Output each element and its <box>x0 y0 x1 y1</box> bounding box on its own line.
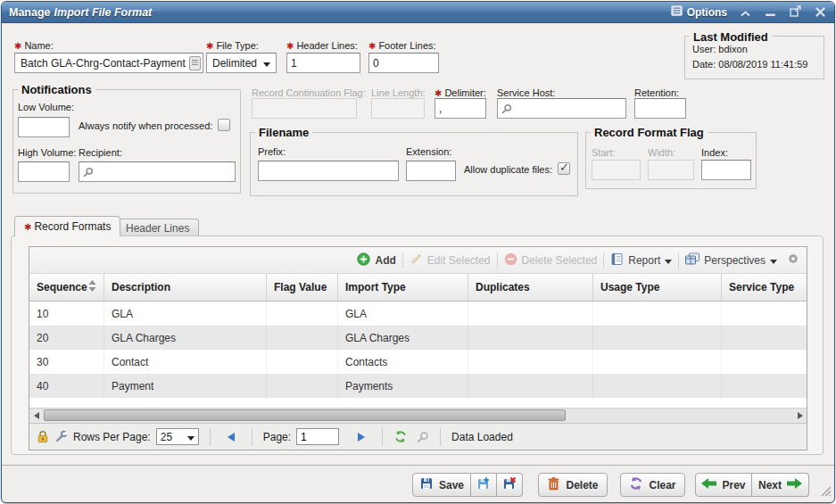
cell-usage-type <box>593 374 722 398</box>
previous-page-icon[interactable] <box>221 432 241 442</box>
grid-settings-button[interactable] <box>787 252 799 268</box>
service-host-field-wrap <box>497 98 626 119</box>
line-length-input <box>371 98 425 119</box>
width-input <box>648 160 694 180</box>
next-page-icon[interactable] <box>352 432 371 442</box>
header-lines-input[interactable] <box>286 53 360 73</box>
recipient-label: Recipient: <box>79 147 122 158</box>
column-header-sequence[interactable]: Sequence <box>29 274 104 301</box>
lock-icon[interactable] <box>37 430 49 443</box>
cell-sequence: 30 <box>29 350 104 374</box>
delimiter-label: ✱Delimiter: <box>435 87 486 98</box>
cell-flag-value <box>267 302 338 326</box>
rows-per-page-select[interactable]: 25 <box>156 428 199 445</box>
recipient-field-wrap <box>79 161 236 182</box>
search-icon[interactable] <box>83 167 94 178</box>
minimize-button[interactable] <box>763 5 777 20</box>
name-input[interactable] <box>19 56 189 70</box>
next-button[interactable]: Next <box>752 473 809 497</box>
delimiter-input[interactable] <box>435 98 486 119</box>
delete-selected-button: Delete Selected <box>504 252 598 269</box>
column-header-usage-type[interactable]: Usage Type <box>593 274 722 301</box>
retention-input[interactable] <box>634 98 686 119</box>
retention-label: Retention: <box>634 87 679 98</box>
cell-usage-type <box>593 326 722 350</box>
record-continuation-flag-input <box>252 98 357 119</box>
chevron-down-icon <box>770 254 777 267</box>
cell-flag-value <box>267 326 338 350</box>
resize-grip[interactable] <box>820 484 832 500</box>
prefix-input[interactable] <box>258 161 399 181</box>
column-header-service-type[interactable]: Service Type <box>722 274 807 301</box>
column-header-description[interactable]: Description <box>104 274 267 301</box>
allow-duplicate-files-checkbox[interactable] <box>558 162 570 175</box>
horizontal-scrollbar[interactable] <box>29 408 807 423</box>
save-button[interactable]: Save <box>412 473 471 497</box>
options-button[interactable]: Options <box>671 5 727 19</box>
last-modified-legend: Last Modified <box>690 30 772 44</box>
extension-input[interactable] <box>406 161 456 181</box>
popout-button[interactable] <box>788 5 802 20</box>
refresh-icon[interactable] <box>393 430 408 443</box>
report-button[interactable]: Report <box>610 252 672 269</box>
perspectives-button[interactable]: Perspectives <box>685 252 777 268</box>
required-marker: ✱ <box>24 222 31 232</box>
low-volume-label: Low Volume: <box>18 102 74 112</box>
column-header-duplicates[interactable]: Duplicates <box>468 274 593 301</box>
tab-header-lines[interactable]: Header Lines <box>116 219 199 236</box>
add-icon <box>357 252 370 269</box>
minus-circle-icon <box>504 252 517 269</box>
name-field-wrap <box>14 53 203 73</box>
scroll-right-arrow-icon[interactable] <box>793 409 807 423</box>
wrench-icon[interactable] <box>54 430 68 443</box>
index-input[interactable] <box>701 160 751 180</box>
save-new-icon <box>476 476 491 493</box>
close-button[interactable] <box>813 5 827 20</box>
prefix-label: Prefix: <box>258 146 286 157</box>
service-host-label: Service Host: <box>497 87 555 98</box>
high-volume-label: High Volume: <box>18 147 76 158</box>
tab-record-formats[interactable]: ✱Record Formats <box>14 216 120 236</box>
cell-sequence: 10 <box>29 302 104 326</box>
cell-usage-type <box>593 302 722 326</box>
start-label: Start: <box>592 147 615 158</box>
footer-lines-input[interactable] <box>368 53 439 73</box>
add-button[interactable]: Add <box>357 252 395 269</box>
titlebar[interactable]: ManageImport File Format Options <box>2 2 834 23</box>
file-type-select[interactable]: Delimited <box>206 53 277 73</box>
prev-button[interactable]: Prev <box>695 473 752 497</box>
last-modified-user: User: bdixon <box>692 44 748 54</box>
scroll-left-arrow-icon[interactable] <box>29 409 43 423</box>
save-and-close-button[interactable] <box>497 473 523 497</box>
table-row[interactable]: 30ContactContacts <box>29 350 807 374</box>
record-format-flag-legend: Record Format Flag <box>591 126 708 139</box>
grid-header-row: Sequence Description Flag Value Import T… <box>29 274 807 302</box>
cell-duplicates <box>468 350 593 374</box>
column-header-import-type[interactable]: Import Type <box>338 274 468 301</box>
service-host-input[interactable] <box>515 102 624 116</box>
toolbar-separator <box>497 252 498 269</box>
page-input[interactable] <box>296 428 339 445</box>
search-icon[interactable] <box>417 431 429 443</box>
edit-selected-button: Edit Selected <box>410 252 491 269</box>
save-and-new-button[interactable] <box>471 473 497 497</box>
delete-button[interactable]: Delete <box>538 473 608 497</box>
recipient-input[interactable] <box>96 165 233 179</box>
table-row[interactable]: 40PaymentPayments <box>29 374 807 398</box>
high-volume-input[interactable] <box>18 161 70 182</box>
collapse-button[interactable] <box>738 5 752 20</box>
always-notify-checkbox[interactable] <box>218 119 230 131</box>
column-header-flag-value[interactable]: Flag Value <box>267 274 338 301</box>
save-close-icon <box>502 476 517 493</box>
table-row[interactable]: 20GLA ChargesGLA Charges <box>29 326 807 350</box>
table-row[interactable]: 10GLAGLA <box>29 302 807 326</box>
sort-icon[interactable] <box>88 280 96 294</box>
text-edit-icon[interactable] <box>189 56 201 70</box>
search-icon[interactable] <box>501 103 512 114</box>
scrollbar-thumb[interactable] <box>44 409 566 421</box>
clear-button[interactable]: Clear <box>620 473 685 497</box>
pager-separator <box>382 428 383 446</box>
low-volume-input[interactable] <box>18 117 70 137</box>
footer-bar: Save Delete Clear Prev Next <box>2 465 834 502</box>
window-title: ManageImport File Format <box>9 6 152 19</box>
